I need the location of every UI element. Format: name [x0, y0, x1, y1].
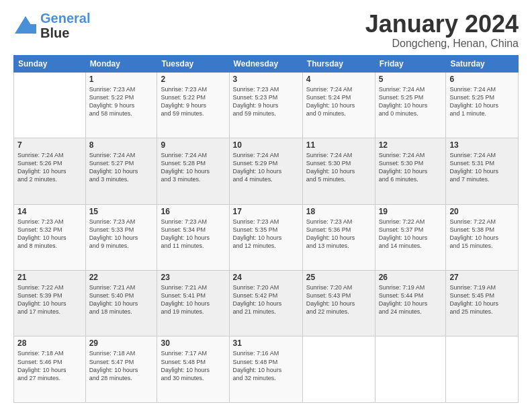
calendar-cell: 6Sunrise: 7:24 AM Sunset: 5:25 PM Daylig…	[446, 72, 519, 138]
calendar-cell: 30Sunrise: 7:17 AM Sunset: 5:48 PM Dayli…	[157, 336, 229, 403]
day-number: 5	[379, 75, 443, 84]
calendar-day-header: Tuesday	[157, 55, 229, 72]
calendar-cell	[14, 72, 86, 138]
calendar-cell: 8Sunrise: 7:24 AM Sunset: 5:27 PM Daylig…	[85, 138, 157, 204]
cell-content: Sunrise: 7:23 AM Sunset: 5:33 PM Dayligh…	[89, 218, 154, 250]
calendar-cell: 9Sunrise: 7:24 AM Sunset: 5:28 PM Daylig…	[157, 138, 229, 204]
calendar-cell: 1Sunrise: 7:23 AM Sunset: 5:22 PM Daylig…	[85, 72, 157, 138]
cell-content: Sunrise: 7:23 AM Sunset: 5:23 PM Dayligh…	[233, 85, 299, 118]
cell-content: Sunrise: 7:24 AM Sunset: 5:25 PM Dayligh…	[449, 85, 515, 118]
day-number: 12	[379, 140, 443, 150]
calendar-cell: 4Sunrise: 7:24 AM Sunset: 5:24 PM Daylig…	[302, 72, 375, 138]
day-number: 24	[233, 273, 299, 282]
cell-content: Sunrise: 7:24 AM Sunset: 5:31 PM Dayligh…	[449, 151, 515, 184]
cell-content: Sunrise: 7:22 AM Sunset: 5:39 PM Dayligh…	[17, 283, 82, 316]
cell-content: Sunrise: 7:24 AM Sunset: 5:27 PM Dayligh…	[89, 151, 154, 184]
cell-content: Sunrise: 7:23 AM Sunset: 5:35 PM Dayligh…	[233, 218, 299, 250]
cell-content: Sunrise: 7:23 AM Sunset: 5:34 PM Dayligh…	[161, 218, 225, 250]
cell-content: Sunrise: 7:17 AM Sunset: 5:48 PM Dayligh…	[161, 349, 225, 382]
day-number: 22	[89, 273, 154, 282]
logo: General Blue	[13, 11, 90, 40]
calendar-cell: 19Sunrise: 7:22 AM Sunset: 5:37 PM Dayli…	[375, 204, 446, 270]
calendar-cell: 23Sunrise: 7:21 AM Sunset: 5:41 PM Dayli…	[157, 271, 229, 336]
cell-content: Sunrise: 7:24 AM Sunset: 5:28 PM Dayligh…	[161, 151, 225, 184]
calendar-cell	[302, 336, 375, 403]
calendar-subtitle: Dongcheng, Henan, China	[365, 38, 519, 50]
calendar-cell: 10Sunrise: 7:24 AM Sunset: 5:29 PM Dayli…	[229, 138, 302, 204]
calendar-cell: 18Sunrise: 7:23 AM Sunset: 5:36 PM Dayli…	[302, 204, 375, 270]
calendar-week-row: 1Sunrise: 7:23 AM Sunset: 5:22 PM Daylig…	[14, 72, 519, 138]
day-number: 17	[233, 207, 299, 216]
cell-content: Sunrise: 7:20 AM Sunset: 5:43 PM Dayligh…	[306, 283, 371, 316]
calendar-body: 1Sunrise: 7:23 AM Sunset: 5:22 PM Daylig…	[14, 72, 519, 402]
calendar-cell: 5Sunrise: 7:24 AM Sunset: 5:25 PM Daylig…	[375, 72, 446, 138]
day-number: 10	[233, 140, 299, 150]
calendar-cell: 28Sunrise: 7:18 AM Sunset: 5:46 PM Dayli…	[14, 336, 86, 403]
day-number: 23	[161, 273, 225, 282]
cell-content: Sunrise: 7:21 AM Sunset: 5:40 PM Dayligh…	[89, 283, 154, 316]
day-number: 11	[306, 140, 371, 150]
calendar-cell: 24Sunrise: 7:20 AM Sunset: 5:42 PM Dayli…	[229, 271, 302, 336]
day-number: 14	[17, 207, 82, 216]
day-number: 2	[161, 75, 225, 84]
cell-content: Sunrise: 7:23 AM Sunset: 5:36 PM Dayligh…	[306, 218, 371, 250]
day-number: 25	[306, 273, 371, 282]
day-number: 18	[306, 207, 371, 216]
calendar-cell: 12Sunrise: 7:24 AM Sunset: 5:30 PM Dayli…	[375, 138, 446, 204]
day-number: 19	[379, 207, 443, 216]
calendar-cell: 11Sunrise: 7:24 AM Sunset: 5:30 PM Dayli…	[302, 138, 375, 204]
cell-content: Sunrise: 7:18 AM Sunset: 5:46 PM Dayligh…	[17, 349, 82, 382]
calendar-cell: 3Sunrise: 7:23 AM Sunset: 5:23 PM Daylig…	[229, 72, 302, 138]
calendar-cell: 21Sunrise: 7:22 AM Sunset: 5:39 PM Dayli…	[14, 271, 86, 336]
day-number: 26	[379, 273, 443, 282]
calendar-week-row: 14Sunrise: 7:23 AM Sunset: 5:32 PM Dayli…	[14, 204, 519, 270]
cell-content: Sunrise: 7:24 AM Sunset: 5:25 PM Dayligh…	[379, 85, 443, 118]
cell-content: Sunrise: 7:24 AM Sunset: 5:24 PM Dayligh…	[306, 85, 371, 118]
calendar-cell: 27Sunrise: 7:19 AM Sunset: 5:45 PM Dayli…	[446, 271, 519, 336]
cell-content: Sunrise: 7:16 AM Sunset: 5:48 PM Dayligh…	[233, 349, 299, 382]
calendar-week-row: 21Sunrise: 7:22 AM Sunset: 5:39 PM Dayli…	[14, 271, 519, 336]
calendar-cell: 25Sunrise: 7:20 AM Sunset: 5:43 PM Dayli…	[302, 271, 375, 336]
page: General Blue January 2024 Dongcheng, Hen…	[0, 0, 532, 411]
calendar-title: January 2024	[365, 11, 519, 38]
day-number: 20	[449, 207, 515, 216]
title-block: January 2024 Dongcheng, Henan, China	[365, 11, 519, 50]
cell-content: Sunrise: 7:19 AM Sunset: 5:45 PM Dayligh…	[449, 283, 515, 316]
calendar-cell	[375, 336, 446, 403]
calendar-week-row: 7Sunrise: 7:24 AM Sunset: 5:26 PM Daylig…	[14, 138, 519, 204]
calendar-cell: 26Sunrise: 7:19 AM Sunset: 5:44 PM Dayli…	[375, 271, 446, 336]
day-number: 4	[306, 75, 371, 84]
calendar-day-header: Saturday	[446, 55, 519, 72]
cell-content: Sunrise: 7:23 AM Sunset: 5:22 PM Dayligh…	[89, 85, 154, 118]
calendar-cell: 29Sunrise: 7:18 AM Sunset: 5:47 PM Dayli…	[85, 336, 157, 403]
cell-content: Sunrise: 7:24 AM Sunset: 5:29 PM Dayligh…	[233, 151, 299, 184]
day-number: 29	[89, 338, 154, 348]
calendar-cell: 13Sunrise: 7:24 AM Sunset: 5:31 PM Dayli…	[446, 138, 519, 204]
day-number: 13	[449, 140, 515, 150]
day-number: 1	[89, 75, 154, 84]
calendar-cell: 2Sunrise: 7:23 AM Sunset: 5:22 PM Daylig…	[157, 72, 229, 138]
calendar-cell: 16Sunrise: 7:23 AM Sunset: 5:34 PM Dayli…	[157, 204, 229, 270]
calendar-cell: 22Sunrise: 7:21 AM Sunset: 5:40 PM Dayli…	[85, 271, 157, 336]
calendar-cell: 17Sunrise: 7:23 AM Sunset: 5:35 PM Dayli…	[229, 204, 302, 270]
cell-content: Sunrise: 7:22 AM Sunset: 5:38 PM Dayligh…	[449, 218, 515, 250]
logo-icon	[13, 13, 38, 38]
cell-content: Sunrise: 7:20 AM Sunset: 5:42 PM Dayligh…	[233, 283, 299, 316]
calendar-cell: 20Sunrise: 7:22 AM Sunset: 5:38 PM Dayli…	[446, 204, 519, 270]
calendar-cell	[446, 336, 519, 403]
day-number: 31	[233, 338, 299, 348]
day-number: 21	[17, 273, 82, 282]
cell-content: Sunrise: 7:24 AM Sunset: 5:30 PM Dayligh…	[306, 151, 371, 184]
calendar-cell: 14Sunrise: 7:23 AM Sunset: 5:32 PM Dayli…	[14, 204, 86, 270]
cell-content: Sunrise: 7:23 AM Sunset: 5:32 PM Dayligh…	[17, 218, 82, 250]
day-number: 28	[17, 338, 82, 348]
svg-rect-1	[28, 24, 36, 34]
day-number: 9	[161, 140, 225, 150]
day-number: 27	[449, 273, 515, 282]
cell-content: Sunrise: 7:24 AM Sunset: 5:30 PM Dayligh…	[379, 151, 443, 184]
calendar-day-header: Friday	[375, 55, 446, 72]
calendar-week-row: 28Sunrise: 7:18 AM Sunset: 5:46 PM Dayli…	[14, 336, 519, 403]
day-number: 3	[233, 75, 299, 84]
calendar-cell: 7Sunrise: 7:24 AM Sunset: 5:26 PM Daylig…	[14, 138, 86, 204]
cell-content: Sunrise: 7:18 AM Sunset: 5:47 PM Dayligh…	[89, 349, 154, 382]
